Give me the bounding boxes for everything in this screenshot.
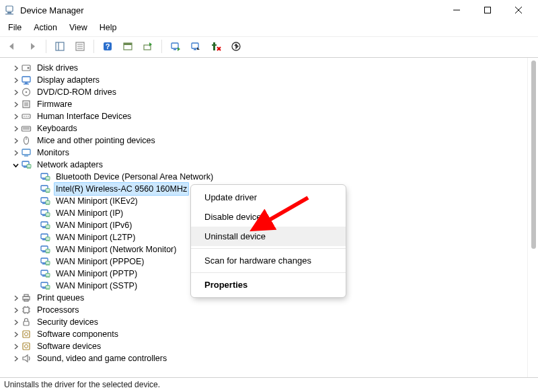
chevron-right-icon[interactable] (11, 114, 20, 120)
chevron-right-icon[interactable] (11, 89, 20, 95)
context-separator (191, 272, 346, 273)
title-bar: Device Manager (0, 0, 538, 20)
network-icon (39, 208, 51, 219)
chevron-right-icon[interactable] (11, 138, 20, 144)
svg-text:?: ? (106, 42, 110, 50)
tree-category-label: Software devices (37, 342, 101, 351)
disable-device-button[interactable] (188, 38, 204, 54)
enable-device-button[interactable] (167, 38, 184, 54)
chevron-right-icon[interactable] (11, 102, 20, 108)
tree-device[interactable]: Bluetooth Device (Personal Area Network) (30, 171, 527, 183)
chevron-right-icon[interactable] (11, 126, 20, 132)
maximize-button[interactable] (472, 0, 503, 20)
scan-hardware-button[interactable] (228, 38, 244, 54)
software-icon (20, 341, 32, 352)
scrollbar-thumb[interactable] (531, 61, 536, 249)
back-button[interactable] (4, 38, 20, 54)
chevron-right-icon[interactable] (11, 295, 20, 301)
chevron-down-icon[interactable] (11, 162, 20, 168)
window-title: Device Manager (20, 5, 84, 15)
tree-category-label: Disk drives (37, 63, 78, 73)
tree-device-label: WAN Miniport (L2TP) (56, 233, 135, 242)
context-item-properties[interactable]: Properties (191, 275, 346, 295)
chevron-right-icon[interactable] (11, 65, 20, 71)
menu-help[interactable]: Help (94, 22, 122, 34)
tree-category[interactable]: Software devices (11, 340, 527, 352)
svg-rect-21 (194, 49, 196, 50)
tree-device-label: WAN Miniport (IPv6) (56, 221, 132, 230)
tree-category-label: Security devices (37, 317, 98, 327)
tree-category[interactable]: Software components (11, 328, 527, 340)
context-item-scan-for-hardware-changes[interactable]: Scan for hardware changes (191, 251, 346, 270)
chevron-right-icon[interactable] (11, 331, 20, 338)
toolbar-separator (46, 40, 46, 53)
network-icon (39, 280, 51, 291)
sound-icon (20, 353, 32, 364)
context-item-uninstall-device[interactable]: Uninstall device (191, 227, 346, 246)
tree-category-label: Display adapters (37, 75, 100, 85)
network-icon (39, 220, 51, 231)
chevron-right-icon[interactable] (11, 77, 20, 83)
network-icon (39, 184, 51, 194)
help-button[interactable]: ? (100, 38, 116, 54)
svg-rect-1 (7, 12, 11, 13)
forward-button[interactable] (24, 38, 40, 54)
printer-icon (20, 292, 32, 303)
tree-category-label: Sound, video and game controllers (37, 354, 167, 363)
status-bar: Uninstalls the driver for the selected d… (0, 377, 538, 392)
chevron-right-icon[interactable] (11, 319, 20, 325)
chevron-right-icon[interactable] (11, 150, 20, 156)
minimize-button[interactable] (441, 0, 472, 20)
tree-category[interactable]: Sound, video and game controllers (11, 352, 527, 364)
network-icon (39, 244, 51, 255)
toolbar-separator (161, 40, 162, 53)
tree-category[interactable]: Display adapters (11, 74, 527, 86)
tree-category[interactable]: Security devices (11, 316, 527, 328)
toolbar-separator (93, 40, 94, 53)
display-icon (20, 75, 32, 85)
tree-category[interactable]: Keyboards (11, 122, 527, 134)
disk-icon (20, 63, 32, 73)
chevron-right-icon[interactable] (11, 344, 20, 350)
cd-icon (20, 87, 32, 97)
tree-category-label: Human Interface Devices (37, 112, 131, 121)
tree-category[interactable]: Monitors (11, 147, 527, 159)
tree-category-label: Print queues (37, 293, 84, 303)
network-icon (39, 196, 51, 206)
tree-category[interactable]: DVD/CD-ROM drives (11, 86, 527, 98)
tree-category-label: Mice and other pointing devices (37, 136, 155, 145)
mouse-icon (20, 135, 32, 146)
tree-category[interactable]: Network adapters (11, 159, 527, 171)
uninstall-device-button[interactable] (208, 38, 224, 54)
vertical-scrollbar[interactable] (527, 58, 538, 377)
chevron-right-icon[interactable] (11, 356, 20, 362)
menu-file[interactable]: File (3, 22, 27, 34)
tree-device-label: Bluetooth Device (Personal Area Network) (56, 172, 213, 182)
app-icon (4, 5, 15, 15)
tree-category-label: Processors (37, 305, 79, 315)
tree-category-label: Software components (37, 329, 118, 339)
update-driver-button[interactable] (140, 38, 156, 54)
tree-category-label: Firmware (37, 100, 72, 109)
network-icon (20, 159, 32, 170)
hid-icon (20, 111, 32, 122)
context-menu: Update driverDisable deviceUninstall dev… (190, 184, 346, 298)
menu-action[interactable]: Action (28, 22, 63, 34)
svg-rect-23 (212, 44, 217, 46)
menu-bar: FileActionViewHelp (0, 20, 538, 36)
context-item-disable-device[interactable]: Disable device (191, 207, 346, 227)
tree-device-label: WAN Miniport (PPTP) (56, 269, 137, 278)
tree-category[interactable]: Human Interface Devices (11, 110, 527, 122)
close-button[interactable] (503, 0, 534, 20)
context-item-update-driver[interactable]: Update driver (191, 188, 346, 207)
properties-button[interactable] (72, 38, 88, 54)
monitor-icon (20, 147, 32, 158)
show-hide-console-tree-button[interactable] (52, 38, 68, 54)
tree-category[interactable]: Firmware (11, 98, 527, 110)
tree-category[interactable]: Processors (11, 304, 527, 316)
tree-category[interactable]: Disk drives (11, 62, 527, 74)
menu-view[interactable]: View (64, 22, 93, 34)
chevron-right-icon[interactable] (11, 307, 20, 313)
action-button[interactable] (120, 38, 136, 54)
tree-category[interactable]: Mice and other pointing devices (11, 134, 527, 147)
